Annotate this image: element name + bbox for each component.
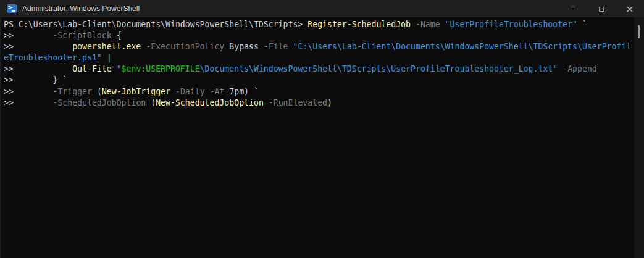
window-title: Administrator: Windows PowerShell [22,4,140,13]
terminal-text-parameter: -File [264,42,288,51]
terminal-text-plain: | [102,53,112,62]
terminal-text-string: "UserProfileTroubleshooter" [445,20,577,29]
title-bar[interactable]: > Administrator: Windows PowerShell ─ □ … [0,0,644,17]
terminal-text-plain: >> [4,64,72,73]
terminal-text-parameter: -Trigger [52,87,92,96]
terminal-text-plain [288,42,293,51]
terminal-text-parameter: -At [210,87,225,96]
terminal-line: >> } ` [4,75,633,86]
terminal-text-plain: ( [146,98,156,107]
terminal-text-parameter: -ExecutionPolicy [146,42,224,51]
terminal-text-parameter: -RunElevated [269,98,327,107]
terminal-text-string: " [117,64,122,73]
terminal-line: PS C:\Users\Lab-Client\Documents\Windows… [4,19,633,30]
minimize-icon: ─ [571,4,575,14]
terminal-line: >> -ScriptBlock { [4,30,633,41]
terminal-line: >> powershell.exe -ExecutionPolicy Bypas… [4,41,633,52]
close-icon: × [625,3,634,15]
terminal-line: >> -ScheduledJobOption (New-ScheduledJob… [4,98,633,109]
powershell-underscore-glyph [12,10,15,12]
powershell-window: > Administrator: Windows PowerShell ─ □ … [0,0,644,258]
terminal-output[interactable]: PS C:\Users\Lab-Client\Documents\Windows… [0,17,644,258]
terminal-text-parameter: -Daily [175,87,205,96]
terminal-text-plain: >> } ` [4,75,67,85]
terminal-text-variable: $env:USERPROFILE [122,64,200,73]
terminal-text-plain [170,87,175,96]
terminal-text-plain: >> [4,31,52,40]
terminal-text-plain [558,64,562,73]
close-button[interactable]: × [616,0,644,17]
window-controls: ─ □ × [559,0,644,17]
terminal-text-command: powershell.exe [72,42,141,51]
maximize-icon: □ [599,4,604,13]
terminal-text-plain [264,98,269,107]
terminal-text-string: \Documents\WindowsPowerShell\TDScripts\U… [200,64,558,73]
terminal-text-plain: Bypass [224,42,264,51]
terminal-text-command: New-JobTrigger [102,87,170,96]
terminal-line: eTroubleshooter.ps1" | [4,52,633,64]
terminal-text-parameter: -Append [562,64,597,73]
minimize-button[interactable]: ─ [559,0,587,17]
terminal-text-parameter: -Name [416,20,440,29]
terminal-text-plain: { [112,31,122,40]
terminal-text-command: Out-File [72,64,112,73]
terminal-text-string: eTroubleshooter.ps1" [4,53,102,62]
terminal-text-plain: ) [327,98,332,107]
terminal-text-plain: PS C:\Users\Lab-Client\Documents\Windows… [4,20,307,29]
terminal-line: >> -Trigger (New-JobTrigger -Daily -At 7… [4,86,633,98]
terminal-text-plain: 7pm) ` [224,87,259,96]
terminal-text-command: Register-ScheduledJob [307,20,411,29]
terminal-text-plain [411,20,416,29]
terminal-text-plain [112,64,117,73]
terminal-text-plain: ( [92,87,102,96]
terminal-text-plain [205,87,210,96]
scrollbar-thumb[interactable] [638,25,640,38]
terminal-lines: PS C:\Users\Lab-Client\Documents\Windows… [4,19,633,109]
terminal-text-parameter: -ScriptBlock [52,31,111,40]
terminal-text-plain: >> [4,98,52,107]
scrollbar[interactable] [634,17,644,258]
terminal-text-string: "C:\Users\Lab-Client\Documents\WindowsPo… [293,42,632,51]
maximize-button[interactable]: □ [587,0,616,17]
terminal-text-plain: >> [4,87,52,96]
terminal-text-command: New-ScheduledJobOption [156,98,264,107]
terminal-text-plain: >> [4,42,72,51]
terminal-line: >> Out-File "$env:USERPROFILE\Documents\… [4,64,633,75]
terminal-text-parameter: -ScheduledJobOption [52,98,146,107]
terminal-text-plain: ` [577,20,587,29]
terminal-text-plain [440,20,445,29]
powershell-icon: > [7,4,17,13]
